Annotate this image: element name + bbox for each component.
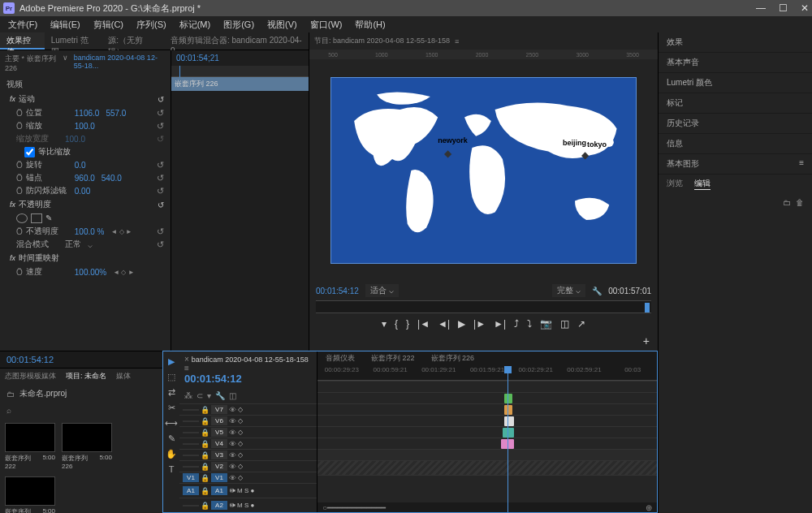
menu-graphics[interactable]: 图形(G) bbox=[218, 17, 259, 32]
blend-mode-select[interactable]: 正常 bbox=[65, 239, 81, 250]
close-button[interactable]: ✕ bbox=[801, 2, 809, 14]
program-scrubber[interactable] bbox=[316, 300, 651, 313]
marker-icon[interactable]: ▾ bbox=[382, 318, 387, 330]
track-v6[interactable]: V6 bbox=[211, 416, 227, 425]
tab-effect-controls[interactable]: 效果控件 bbox=[0, 32, 45, 50]
bin-item[interactable]: 嵌套序列 2265:00 bbox=[62, 423, 112, 470]
linked-icon[interactable]: ⊂ bbox=[197, 391, 203, 400]
lift-icon[interactable]: ⤴ bbox=[514, 318, 519, 330]
scale-val[interactable]: 100.0 bbox=[75, 122, 95, 131]
minimize-button[interactable]: — bbox=[756, 2, 766, 14]
tab-media[interactable]: 媒体 bbox=[111, 369, 136, 385]
pen-tool[interactable]: ✎ bbox=[168, 433, 175, 444]
ec-active-clip[interactable]: bandicam 2020-04-08 12-55-18... bbox=[74, 54, 166, 72]
panel-lumetri-color[interactable]: Lumetri 颜色 bbox=[659, 73, 812, 93]
panel-info[interactable]: 信息 bbox=[659, 134, 812, 154]
menu-edit[interactable]: 编辑(E) bbox=[45, 17, 85, 32]
resolution-select[interactable]: 完整 ⌵ bbox=[552, 284, 585, 297]
tab-project[interactable]: 项目: 未命名 bbox=[61, 369, 111, 385]
menu-sequence[interactable]: 序列(S) bbox=[132, 17, 171, 32]
out-point-icon[interactable]: } bbox=[406, 318, 409, 330]
goto-out-icon[interactable]: ►| bbox=[494, 318, 506, 330]
clip[interactable] bbox=[504, 416, 514, 426]
track-v7[interactable]: V7 bbox=[211, 405, 227, 414]
step-fwd-icon[interactable]: |► bbox=[473, 318, 486, 330]
opacity-val[interactable]: 100.0 % bbox=[75, 227, 105, 236]
track-select-tool[interactable]: ⬚ bbox=[167, 372, 175, 382]
marker-tl-icon[interactable]: ▾ bbox=[207, 391, 211, 400]
menu-file[interactable]: 文件(F) bbox=[3, 17, 42, 32]
menu-view[interactable]: 视图(V) bbox=[262, 17, 302, 32]
track-a2[interactable]: A2 bbox=[211, 501, 227, 510]
src-v1[interactable]: V1 bbox=[183, 473, 199, 482]
eg-edit-tab[interactable]: 编辑 bbox=[694, 178, 710, 190]
wrench-icon[interactable]: 🔧 bbox=[592, 287, 602, 295]
tracks-area[interactable] bbox=[317, 381, 657, 502]
timeline-ruler[interactable]: 00:00:29:2300:00:59:2100:01:29:2100:01:5… bbox=[317, 366, 657, 381]
playhead[interactable] bbox=[508, 366, 508, 512]
track-v2[interactable]: V2 bbox=[211, 462, 227, 471]
tl-tab-nested226[interactable]: 嵌套序列 226 bbox=[423, 351, 483, 366]
zoom-fit-select[interactable]: 适合 ⌵ bbox=[365, 284, 399, 297]
play-button[interactable]: ▶ bbox=[458, 318, 465, 330]
export-frame-icon[interactable]: 📷 bbox=[540, 318, 552, 330]
rotation-val[interactable]: 0.0 bbox=[75, 161, 86, 170]
mask-ellipse-icon[interactable] bbox=[16, 213, 28, 223]
track-v5[interactable]: V5 bbox=[211, 428, 227, 437]
position-y[interactable]: 557.0 bbox=[106, 109, 126, 118]
add-button-icon[interactable]: + bbox=[643, 334, 650, 347]
panel-history[interactable]: 历史记录 bbox=[659, 114, 812, 134]
snap-icon[interactable]: ⁂ bbox=[184, 391, 192, 400]
compare-icon[interactable]: ◫ bbox=[560, 318, 569, 330]
mask-rect-icon[interactable] bbox=[31, 213, 42, 223]
menu-markers[interactable]: 标记(M) bbox=[175, 17, 216, 32]
tl-tab-nested222[interactable]: 嵌套序列 222 bbox=[363, 351, 423, 366]
track-a1[interactable]: A1 bbox=[211, 486, 227, 495]
razor-tool[interactable]: ✂ bbox=[168, 403, 175, 413]
antiflicker-val[interactable]: 0.00 bbox=[75, 187, 90, 196]
goto-in-icon[interactable]: |◄ bbox=[417, 318, 430, 330]
tl-close-icon[interactable]: × bbox=[184, 355, 189, 364]
ripple-tool[interactable]: ⇄ bbox=[168, 387, 175, 398]
source-timecode[interactable]: 00:01:54:12 bbox=[0, 351, 162, 368]
eg-trash-icon[interactable]: 🗑 bbox=[796, 198, 804, 207]
anchor-x[interactable]: 960.0 bbox=[75, 174, 95, 183]
tab-mogrt[interactable]: 态图形模板媒体 bbox=[0, 369, 61, 385]
anchor-y[interactable]: 540.0 bbox=[102, 174, 122, 183]
tab-source[interactable]: 源:（无剪辑） bbox=[102, 32, 164, 50]
uniform-scale-checkbox[interactable] bbox=[24, 147, 35, 157]
panel-essential-graphics[interactable]: 基本图形≡ bbox=[659, 154, 812, 175]
panel-markers[interactable]: 标记 bbox=[659, 93, 812, 114]
menu-clip[interactable]: 剪辑(C) bbox=[89, 17, 128, 32]
export-icon[interactable]: ↗ bbox=[577, 318, 585, 330]
eg-browse-tab[interactable]: 浏览 bbox=[667, 178, 683, 190]
mask-pen-icon[interactable]: ✎ bbox=[45, 213, 57, 223]
panel-essential-sound[interactable]: 基本声音 bbox=[659, 53, 812, 73]
position-x[interactable]: 1106.0 bbox=[75, 109, 100, 118]
sequence-name[interactable]: bandicam 2020-04-08 12-55-18-158 bbox=[192, 356, 309, 364]
src-a1[interactable]: A1 bbox=[183, 486, 199, 495]
program-video-frame[interactable]: newyork beijing tokyo ◆ ◆ bbox=[330, 77, 637, 264]
tl-tab-audiometer[interactable]: 音频仪表 bbox=[317, 351, 363, 366]
extract-icon[interactable]: ⤵ bbox=[527, 318, 532, 330]
project-file[interactable]: 未命名.prproj bbox=[19, 388, 67, 399]
eye-icon[interactable]: 👁 bbox=[229, 406, 236, 414]
menu-help[interactable]: 帮助(H) bbox=[350, 17, 390, 32]
lock-icon[interactable]: 🔒 bbox=[201, 406, 209, 414]
cc-icon[interactable]: ◫ bbox=[229, 391, 236, 400]
speed-val[interactable]: 100.00% bbox=[75, 268, 106, 277]
type-tool[interactable]: T bbox=[169, 464, 175, 474]
menu-window[interactable]: 窗口(W) bbox=[305, 17, 348, 32]
fx-timeremap[interactable]: fx时间重映射 bbox=[0, 251, 171, 265]
maximize-button[interactable]: ☐ bbox=[779, 2, 788, 14]
search-icon[interactable]: ⌕ bbox=[6, 406, 11, 415]
in-point-icon[interactable]: { bbox=[395, 318, 398, 330]
hand-tool[interactable]: ✋ bbox=[166, 449, 177, 459]
new-layer-icon[interactable]: 🗀 bbox=[783, 198, 791, 207]
track-v4[interactable]: V4 bbox=[211, 439, 227, 448]
tab-lumetri-scopes[interactable]: Lumetri 范围 bbox=[45, 32, 102, 50]
track-v3[interactable]: V3 bbox=[211, 450, 227, 459]
track-v1[interactable]: V1 bbox=[211, 473, 227, 482]
slip-tool[interactable]: ⟷ bbox=[165, 418, 178, 429]
bin-item[interactable]: 嵌套序列 2265:00 bbox=[5, 476, 55, 513]
